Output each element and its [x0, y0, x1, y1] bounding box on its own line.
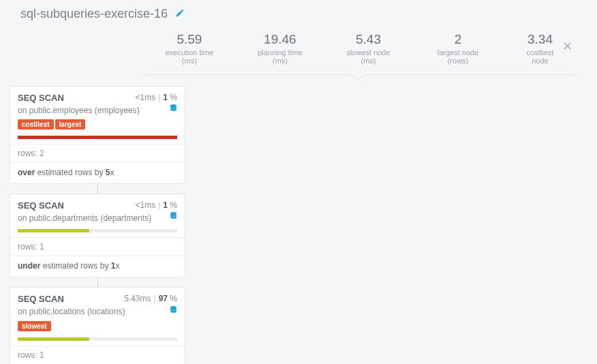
node-subtitle: on public.employees (employees) — [18, 105, 177, 116]
cost-bar — [18, 337, 177, 341]
plan-node[interactable]: SEQ SCAN <1ms|1 % on public.employees (e… — [10, 86, 185, 184]
estimate-info: over estimated rows by 5x — [10, 162, 185, 183]
node-connector — [97, 184, 98, 194]
stat-label: planning time (ms) — [249, 48, 311, 65]
estimate-info: under estimated rows by 1x — [10, 256, 185, 277]
stat-value: 5.59 — [157, 32, 222, 47]
stat-value: 19.46 — [249, 32, 311, 47]
stat-largest-node[interactable]: 2 largest node (rows) — [412, 32, 504, 65]
edit-icon[interactable] — [175, 8, 185, 20]
node-title: SEQ SCAN — [18, 294, 64, 304]
stat-label: largest node (rows) — [426, 48, 490, 65]
node-title: SEQ SCAN — [18, 93, 64, 103]
plan-nodes-container: SEQ SCAN <1ms|1 % on public.employees (e… — [0, 75, 597, 364]
node-timing: <1ms|1 % — [135, 93, 177, 102]
page-title: sql-subqueries-exercise-16 — [20, 7, 168, 21]
node-timing: 5.43ms|97 % — [124, 294, 177, 303]
database-icon — [169, 103, 178, 115]
cost-bar — [18, 136, 177, 139]
tag-slowest: slowest — [18, 321, 51, 331]
cost-bar-fill — [18, 229, 89, 232]
database-icon — [169, 305, 178, 317]
stat-value: 3.34 — [517, 32, 563, 47]
stat-planning-time[interactable]: 19.46 planning time (ms) — [236, 32, 324, 65]
node-subtitle: on public.locations (locations) — [18, 306, 177, 317]
rows-info: rows: 2 — [10, 144, 185, 162]
plan-node[interactable]: SEQ SCAN 5.43ms|97 % on public.locations… — [10, 287, 185, 364]
stat-slowest-node[interactable]: 5.43 slowest node (ms) — [324, 32, 412, 65]
cost-bar — [18, 229, 177, 232]
node-subtitle: on public.departments (departments) — [18, 213, 177, 224]
stat-value: 5.43 — [338, 32, 399, 47]
stat-value: 2 — [426, 32, 490, 47]
cost-bar-fill — [18, 136, 177, 139]
node-header: SEQ SCAN <1ms|1 % on public.departments … — [10, 194, 185, 227]
stat-label: execution time (ms) — [157, 48, 222, 65]
rows-info: rows: 1 — [10, 237, 185, 256]
tag-costliest: costliest — [18, 119, 54, 130]
database-icon — [169, 211, 178, 223]
cost-bar-fill — [18, 337, 89, 341]
plan-node[interactable]: SEQ SCAN <1ms|1 % on public.departments … — [10, 194, 185, 277]
node-tags: costliestlargest — [10, 119, 185, 134]
stat-label: costliest node — [517, 48, 563, 65]
pointer-icon — [351, 74, 365, 80]
close-icon[interactable]: ✕ — [562, 39, 572, 54]
stat-execution-time[interactable]: 5.59 execution time (ms) — [143, 32, 236, 65]
node-header: SEQ SCAN <1ms|1 % on public.employees (e… — [10, 87, 185, 119]
stats-bar: 5.59 execution time (ms) 19.46 planning … — [143, 27, 577, 75]
header: sql-subqueries-exercise-16 — [0, 0, 597, 27]
stat-label: slowest node (ms) — [338, 48, 399, 65]
node-connector — [97, 277, 98, 287]
rows-info: rows: 1 — [10, 346, 185, 364]
node-timing: <1ms|1 % — [135, 200, 177, 210]
node-tags: slowest — [10, 321, 185, 335]
node-header: SEQ SCAN 5.43ms|97 % on public.locations… — [10, 288, 185, 320]
node-title: SEQ SCAN — [18, 200, 64, 211]
tag-largest: largest — [55, 119, 86, 130]
